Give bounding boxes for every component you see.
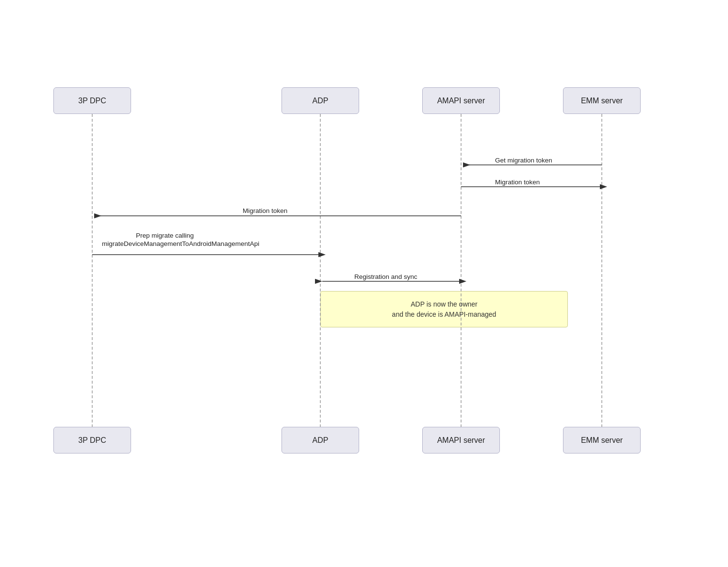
actor-3pdpc-top: 3P DPC bbox=[53, 87, 131, 114]
msg4-label1: Prep migrate calling bbox=[136, 232, 194, 239]
msg1-label: Get migration token bbox=[495, 157, 552, 164]
msg4-label2: migrateDeviceManagementToAndroidManageme… bbox=[102, 240, 259, 247]
msg5-label: Registration and sync bbox=[354, 273, 417, 280]
actor-emm-bottom: EMM server bbox=[563, 427, 641, 454]
actor-emm-top: EMM server bbox=[563, 87, 641, 114]
sequence-arrows bbox=[24, 87, 704, 475]
actor-3pdpc-bottom: 3P DPC bbox=[53, 427, 131, 454]
actor-adp-top: ADP bbox=[281, 87, 359, 114]
diagram-container: 3P DPC ADP AMAPI server EMM server 3P DP… bbox=[24, 87, 704, 475]
actor-adp-bottom: ADP bbox=[281, 427, 359, 454]
msg3-label: Migration token bbox=[243, 207, 287, 214]
highlight-box: ADP is now the ownerand the device is AM… bbox=[320, 291, 568, 327]
msg2-label: Migration token bbox=[495, 178, 540, 186]
actor-amapi-top: AMAPI server bbox=[422, 87, 500, 114]
highlight-text: ADP is now the ownerand the device is AM… bbox=[392, 299, 496, 320]
actor-amapi-bottom: AMAPI server bbox=[422, 427, 500, 454]
